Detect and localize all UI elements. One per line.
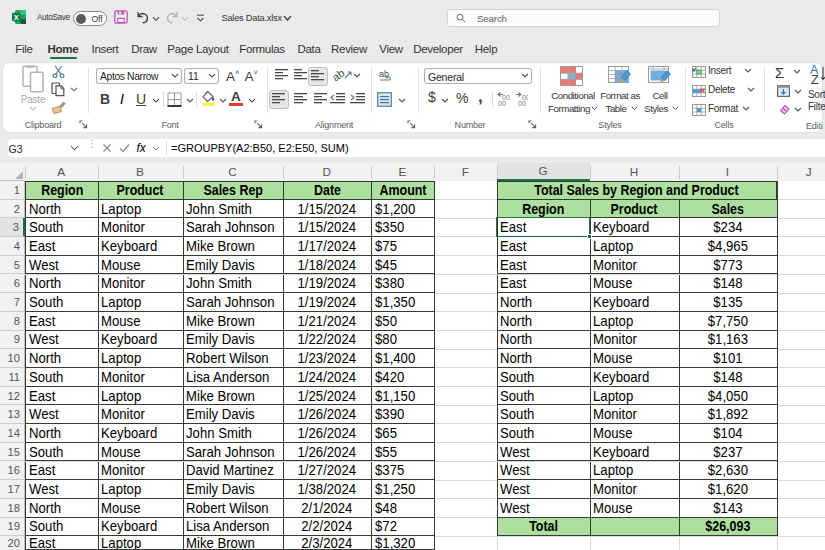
svg-text:X: X bbox=[14, 13, 19, 22]
svg-text:0: 0 bbox=[506, 94, 510, 101]
svg-text:00: 00 bbox=[518, 100, 526, 107]
svg-text:00: 00 bbox=[498, 100, 506, 107]
